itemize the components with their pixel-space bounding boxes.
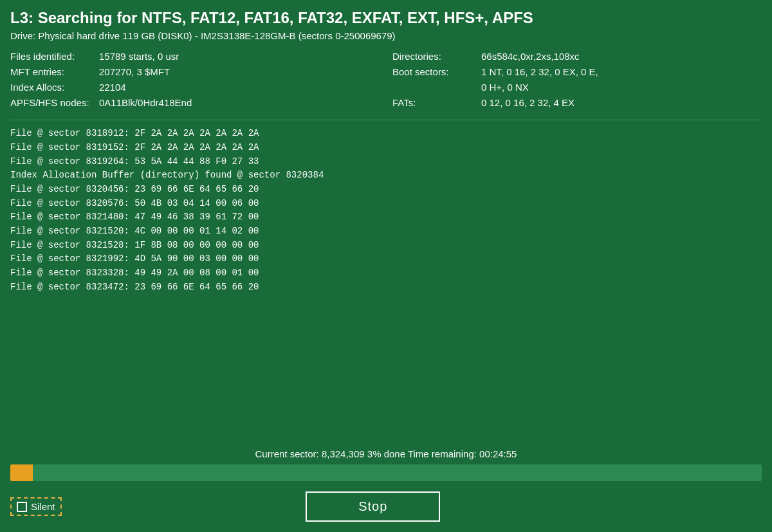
progress-container (10, 464, 762, 481)
log-line: File @ sector 8320576: 50 4B 03 04 14 00… (10, 197, 762, 211)
stat-row-dirs: Directories: 66s584c,0xr,2xs,108xc (392, 49, 762, 64)
log-line: File @ sector 8323472: 23 69 66 6E 64 65… (10, 280, 762, 295)
stat-label-apfs: APFS/HFS nodes: (10, 95, 94, 111)
drive-info: Drive: Physical hard drive 119 GB (DISK0… (10, 30, 762, 41)
log-line: File @ sector 8319264: 53 5A 44 44 88 F0… (10, 155, 762, 169)
stat-row-fats: FATs: 0 12, 0 16, 2 32, 4 EX (392, 95, 762, 111)
log-line: File @ sector 8321480: 47 49 46 38 39 61… (10, 210, 762, 225)
divider (10, 120, 762, 120)
stat-value-fats: 0 12, 0 16, 2 32, 4 EX (481, 95, 574, 111)
log-line: File @ sector 8320456: 23 69 66 6E 64 65… (10, 183, 762, 197)
stat-value-boot-cont: 0 H+, 0 NX (481, 80, 529, 95)
log-line: Index Allocation Buffer (directory) foun… (10, 169, 762, 183)
silent-checkbox[interactable] (17, 502, 27, 512)
bottom-bar: Silent Stop (10, 489, 762, 524)
stat-label-boot-cont (392, 80, 476, 95)
stat-label-files: Files identified: (10, 49, 94, 64)
log-line: File @ sector 8321520: 4C 00 00 00 01 14… (10, 225, 762, 239)
stat-value-index: 22104 (99, 80, 126, 95)
log-line: File @ sector 8321992: 4D 5A 90 00 03 00… (10, 252, 762, 266)
log-line: File @ sector 8323328: 49 49 2A 00 08 00… (10, 266, 762, 280)
stat-value-files: 15789 starts, 0 usr (99, 49, 179, 64)
stop-button[interactable]: Stop (306, 491, 440, 522)
stat-value-dirs: 66s584c,0xr,2xs,108xc (481, 49, 580, 64)
stat-value-mft: 207270, 3 $MFT (99, 64, 170, 80)
stat-label-dirs: Directories: (392, 49, 476, 64)
stat-row-boot: Boot sectors: 1 NT, 0 16, 2 32, 0 EX, 0 … (392, 64, 762, 80)
stats-left: Files identified: 15789 starts, 0 usr MF… (10, 49, 380, 111)
log-line: File @ sector 8321528: 1F 8B 08 00 00 00… (10, 239, 762, 253)
log-line: File @ sector 8318912: 2F 2A 2A 2A 2A 2A… (10, 127, 762, 141)
stat-row-mft: MFT entries: 207270, 3 $MFT (10, 64, 380, 80)
stat-label-boot: Boot sectors: (392, 64, 476, 80)
stat-value-boot: 1 NT, 0 16, 2 32, 0 EX, 0 E, (481, 64, 598, 80)
main-container: L3: Searching for NTFS, FAT12, FAT16, FA… (0, 0, 772, 532)
stat-row-apfs: APFS/HFS nodes: 0A11Blk/0Hdr418End (10, 95, 380, 111)
stats-grid: Files identified: 15789 starts, 0 usr MF… (10, 49, 762, 111)
status-bar: Current sector: 8,324,309 3% done Time r… (10, 448, 762, 459)
log-line: File @ sector 8319152: 2F 2A 2A 2A 2A 2A… (10, 141, 762, 155)
stat-row-index: Index Allocs: 22104 (10, 80, 380, 95)
log-area: File @ sector 8318912: 2F 2A 2A 2A 2A 2A… (10, 127, 762, 443)
stat-row-boot-continued: 0 H+, 0 NX (392, 80, 762, 95)
stats-right: Directories: 66s584c,0xr,2xs,108xc Boot … (392, 49, 762, 111)
page-title: L3: Searching for NTFS, FAT12, FAT16, FA… (10, 8, 762, 28)
stat-value-apfs: 0A11Blk/0Hdr418End (99, 95, 192, 111)
stat-row-files: Files identified: 15789 starts, 0 usr (10, 49, 380, 64)
stat-label-fats: FATs: (392, 95, 476, 111)
silent-checkbox-area[interactable]: Silent (10, 497, 62, 516)
stat-label-mft: MFT entries: (10, 64, 94, 80)
progress-bar (10, 464, 33, 481)
stat-label-index: Index Allocs: (10, 80, 94, 95)
silent-label: Silent (31, 501, 55, 512)
